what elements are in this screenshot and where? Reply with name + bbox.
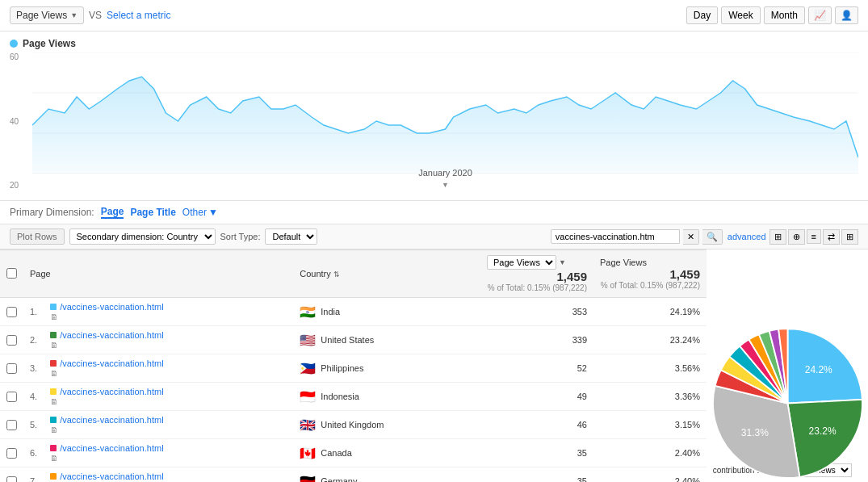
country-name: United States <box>321 335 374 345</box>
row-contribution: 3.36% <box>593 383 707 411</box>
row-country-cell: 🇺🇸 United States <box>293 326 480 354</box>
week-button[interactable]: Week <box>721 6 760 24</box>
row-page-cell: /vaccines-vaccination.html 🗎 <box>44 411 293 439</box>
vs-text: VS <box>89 10 102 21</box>
pageviews-metric-select[interactable]: Page Views <box>487 255 556 270</box>
flag-icon: 🇮🇩 <box>300 389 316 404</box>
row-checkbox-cell[interactable] <box>0 467 23 483</box>
row-checkbox[interactable] <box>6 363 17 374</box>
page-link[interactable]: /vaccines-vaccination.html <box>50 443 287 453</box>
grid-view-btn[interactable]: ⊞ <box>769 229 786 245</box>
row-checkbox[interactable] <box>6 335 17 346</box>
search-clear-btn[interactable]: ✕ <box>683 229 699 245</box>
search-input[interactable] <box>551 229 680 244</box>
row-page-cell: /vaccines-vaccination.html 🗎 <box>44 467 293 483</box>
row-checkbox-cell[interactable] <box>0 411 23 439</box>
x-axis-label: January 2020 <box>418 168 472 178</box>
page-external-icon[interactable]: 🗎 <box>50 397 58 406</box>
secondary-dimension-select[interactable]: Secondary dimension: Country <box>69 228 216 245</box>
row-contribution: 3.15% <box>593 411 707 439</box>
summary-btn[interactable]: ⊞ <box>841 229 858 245</box>
row-country-cell: 🇩🇪 Germany <box>293 467 480 483</box>
th-checkbox[interactable] <box>0 250 23 298</box>
month-button[interactable]: Month <box>764 6 805 24</box>
row-checkbox-cell[interactable] <box>0 326 23 354</box>
table-row: 3. /vaccines-vaccination.html 🗎 🇵🇭 Phili… <box>0 354 707 383</box>
pageviews-sort-icon[interactable]: ▼ <box>559 258 566 266</box>
search-button[interactable]: 🔍 <box>702 229 723 245</box>
page-link[interactable]: /vaccines-vaccination.html <box>50 330 287 340</box>
data-table: Page Country ⇅ Page Views ▼ <box>0 249 707 482</box>
row-country-cell: 🇨🇦 Canada <box>293 439 480 467</box>
flag-icon: 🇨🇦 <box>300 446 316 461</box>
page-external-icon[interactable]: 🗎 <box>50 454 58 463</box>
top-bar-left: Page Views ▼ VS Select a metric <box>10 6 170 24</box>
row-pageviews: 35 <box>480 439 593 467</box>
y-label-60: 60 <box>10 52 30 61</box>
page-link[interactable]: /vaccines-vaccination.html <box>50 302 287 312</box>
country-name: Canada <box>321 448 352 458</box>
view-icon-group: ⊞ ⊕ ≡ ⇄ ⊞ <box>769 229 858 245</box>
row-country-cell: 🇮🇳 India <box>293 298 480 326</box>
day-button[interactable]: Day <box>686 6 718 24</box>
row-page-cell: /vaccines-vaccination.html 🗎 <box>44 383 293 411</box>
row-checkbox-cell[interactable] <box>0 439 23 467</box>
table-main: Page Country ⇅ Page Views ▼ <box>0 249 707 482</box>
pie-label: 24.2% <box>804 364 832 375</box>
page-url: /vaccines-vaccination.html <box>60 472 163 481</box>
dimension-page-link[interactable]: Page <box>101 206 124 219</box>
page-external-icon[interactable]: 🗎 <box>50 425 58 434</box>
row-checkbox[interactable] <box>6 392 17 402</box>
row-checkbox[interactable] <box>6 420 17 430</box>
row-checkbox-cell[interactable] <box>0 383 23 411</box>
flag-icon: 🇩🇪 <box>300 474 316 483</box>
page-link[interactable]: /vaccines-vaccination.html <box>50 358 287 368</box>
plot-rows-button[interactable]: Plot Rows <box>10 228 65 245</box>
advanced-link[interactable]: advanced <box>728 232 766 241</box>
dimension-other-link[interactable]: Other ▼ <box>182 207 218 218</box>
select-metric-link[interactable]: Select a metric <box>107 10 170 21</box>
row-checkbox[interactable] <box>6 476 17 483</box>
th-page: Page <box>23 250 293 298</box>
line-chart-icon-btn[interactable]: 📈 <box>808 6 832 24</box>
pie-aside: contribution to total: Page Views 24.2%2… <box>707 249 868 482</box>
add-col-btn[interactable]: ⊕ <box>788 229 805 245</box>
row-page-cell: /vaccines-vaccination.html 🗎 <box>44 439 293 467</box>
th-pageviews-label: Page Views <box>600 258 700 267</box>
row-checkbox-cell[interactable] <box>0 298 23 326</box>
select-all-checkbox[interactable] <box>6 268 17 279</box>
table-container[interactable]: Page Country ⇅ Page Views ▼ <box>0 249 707 482</box>
row-checkbox-cell[interactable] <box>0 354 23 383</box>
row-checkbox[interactable] <box>6 448 17 459</box>
page-url: /vaccines-vaccination.html <box>60 302 163 312</box>
flag-icon: 🇺🇸 <box>300 333 316 348</box>
chart-plot <box>32 52 858 174</box>
row-color-dot <box>50 445 57 451</box>
page-external-icon[interactable]: 🗎 <box>50 312 58 321</box>
country-sort-icon[interactable]: ⇅ <box>333 270 340 279</box>
page-url: /vaccines-vaccination.html <box>60 387 163 396</box>
row-color-dot <box>50 388 57 395</box>
table-row: 5. /vaccines-vaccination.html 🗎 🇬🇧 Unite… <box>0 411 707 439</box>
page-link[interactable]: /vaccines-vaccination.html <box>50 387 287 396</box>
top-bar: Page Views ▼ VS Select a metric Day Week… <box>0 0 868 31</box>
page-link[interactable]: /vaccines-vaccination.html <box>50 415 287 425</box>
row-checkbox[interactable] <box>6 307 17 317</box>
row-contribution: 2.40% <box>593 439 707 467</box>
pie-chart-icon-btn[interactable]: 👤 <box>835 6 858 24</box>
dimension-page-title-link[interactable]: Page Title <box>130 207 175 218</box>
controls-right: ✕ 🔍 advanced ⊞ ⊕ ≡ ⇄ ⊞ <box>551 229 858 245</box>
compare-btn[interactable]: ≡ <box>807 229 821 244</box>
row-pageviews: 353 <box>480 298 593 326</box>
page-link[interactable]: /vaccines-vaccination.html <box>50 472 287 481</box>
page-external-icon[interactable]: 🗎 <box>50 341 58 350</box>
pie-label: 31.3% <box>740 427 768 438</box>
country-name: Germany <box>321 476 357 482</box>
page-external-icon[interactable]: 🗎 <box>50 369 58 378</box>
metric-dropdown[interactable]: Page Views ▼ <box>10 6 84 24</box>
row-contribution: 3.56% <box>593 354 707 383</box>
pivot-btn[interactable]: ⇄ <box>823 229 840 245</box>
sort-type-select[interactable]: Default <box>265 228 317 245</box>
th-total-1: 1,459 % of Total: 0.15% (987,222) <box>487 270 587 292</box>
row-page-cell: /vaccines-vaccination.html 🗎 <box>44 354 293 383</box>
